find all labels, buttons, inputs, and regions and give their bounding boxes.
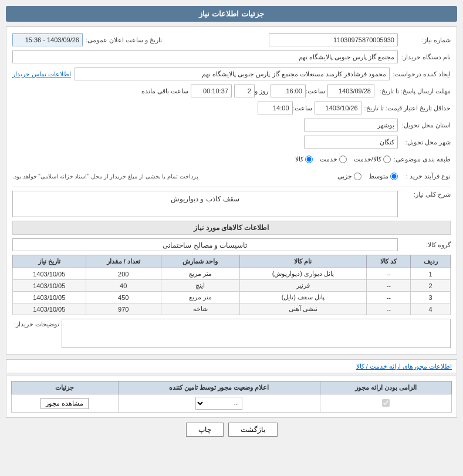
goods-table-section: ردیف کد کالا نام کالا واحد شمارش تعداد /…	[12, 255, 451, 315]
row-response-deadline: مهلت ارسال پاسخ: تا تاریخ: 1403/09/28 سا…	[12, 84, 451, 98]
bottom-table-section: الزامی بودن ارائه مجوز اعلام وضعیت مجور …	[6, 376, 457, 418]
bottom-col-required: الزامی بودن ارائه مجوز	[320, 382, 451, 394]
cell-qty: 970	[86, 303, 161, 315]
row-price-deadline: حداقل تاریخ اعتبار قیمت: تا تاریخ: 1403/…	[12, 101, 451, 115]
cell-row: 2	[411, 280, 451, 292]
goods-info-title: اطلاعات کالاهای مورد نیاز	[12, 221, 451, 235]
buyer-notes-label: توضیحات خریدار:	[12, 319, 59, 328]
need-number-label: شماره نیاز:	[398, 36, 451, 44]
row-need-desc: شرح کلی نیاز: سقف کاذب و دیواریوش	[12, 191, 451, 217]
price-time-label: ساعت:	[293, 104, 312, 112]
cell-name: پانل سقف (تایل)	[239, 292, 367, 303]
table-row: 2 -- فرنیر اینچ 40 1403/10/05	[13, 280, 451, 292]
response-remaining: 00:10:37	[191, 85, 232, 97]
col-header-unit: واحد شمارش	[161, 255, 239, 268]
need-number-value: 11030975870005930	[269, 33, 398, 46]
button-row: بازگشت چاپ	[6, 423, 457, 437]
buyer-org-value: مجتمع گاز پارس جنوبی پالایشگاه نهم	[12, 50, 398, 63]
response-date: 1403/09/28	[327, 85, 374, 97]
table-row: 3 -- پانل سقف (تایل) متر مریع 450 1403/1…	[13, 292, 451, 303]
print-button[interactable]: چاپ	[186, 423, 224, 437]
cell-unit: متر مریع	[161, 268, 239, 280]
bottom-col-details: جزئیات	[12, 382, 119, 394]
purchase-label-motavaset: متوسط	[369, 173, 388, 180]
row-buyer-org: نام دستگاه خریدار: مجتمع گاز پارس جنوبی …	[12, 50, 451, 64]
page-header: جزئیات اطلاعات نیاز	[6, 6, 457, 22]
main-form: شماره نیاز: 11030975870005930 تاریخ و سا…	[6, 26, 457, 355]
requester-value: محمود فرشادفر کارمند مستغلات مجتمع گاز پ…	[75, 67, 390, 80]
supplier-info-section: اطلاعات مجوزهای ارائه خدمت / کالا	[6, 359, 457, 373]
type-option-kala-khedmat: کالا/خدمت	[354, 156, 391, 163]
purchase-option-jozi: جزیی	[337, 173, 361, 180]
cell-name: نیشی آهنی	[239, 303, 367, 315]
cell-code: --	[367, 292, 411, 303]
row-city: شهر محل تحویل: کنگان	[12, 135, 451, 149]
supplier-info-link[interactable]: اطلاعات مجوزهای ارائه خدمت / کالا	[356, 363, 452, 370]
row-purchase-type: نوع فرآیند خرید : متوسط جزیی پرداخت تمام…	[12, 169, 451, 183]
type-label-khedmat: خدمت	[320, 156, 337, 163]
publish-date-label: تاریخ و ساعت اعلان عمومی:	[83, 36, 162, 44]
cell-code: --	[367, 303, 411, 315]
need-desc-value: سقف کاذب و دیواریوش	[12, 191, 398, 217]
table-row: -- مشاهده مجوز	[12, 394, 452, 413]
cell-name: فرنیر	[239, 280, 367, 292]
type-label: طبقه بندی موضوعی:	[391, 156, 451, 163]
bottom-col-status: اعلام وضعیت مجور توسط تامین کننده	[118, 382, 320, 394]
type-label-kala-khedmat: کالا/خدمت	[354, 156, 381, 163]
cell-date: 1403/10/05	[13, 268, 86, 280]
col-header-code: کد کالا	[367, 255, 411, 268]
province-label: استان محل تحویل:	[398, 121, 451, 129]
type-option-khedmat: خدمت	[320, 156, 347, 163]
cell-date: 1403/10/05	[13, 292, 86, 303]
purchase-note: پرداخت تمام با بخشی از مبلغ خریدار از مح…	[12, 173, 198, 180]
page-title: جزئیات اطلاعات نیاز	[199, 9, 263, 18]
cell-code: --	[367, 268, 411, 280]
price-time: 14:00	[258, 102, 293, 114]
response-days: 2	[234, 85, 255, 97]
view-license-button[interactable]: مشاهده مجوز	[40, 398, 89, 409]
price-date: 1403/10/26	[315, 102, 361, 114]
col-header-date: تاریخ نیاز	[13, 255, 86, 268]
cell-row: 1	[411, 268, 451, 280]
purchase-radio-motavaset[interactable]	[390, 173, 398, 180]
requester-contact-link[interactable]: اطلاعات تماس خریدار	[12, 70, 71, 78]
cell-name: پانل دیواری (دیواریوش)	[239, 268, 367, 280]
col-header-row: ردیف	[411, 255, 451, 268]
purchase-label-jozi: جزیی	[337, 173, 352, 180]
col-header-name: نام کالا	[239, 255, 367, 268]
cell-unit: اینچ	[161, 280, 239, 292]
purchase-radio-group: متوسط جزیی	[198, 173, 398, 180]
buyer-notes-section: توضیحات خریدار:	[12, 319, 451, 348]
required-checkbox-cell	[320, 394, 451, 413]
type-label-kala: کالا	[295, 156, 303, 163]
row-need-number: شماره نیاز: 11030975870005930 تاریخ و سا…	[12, 33, 451, 47]
type-radio-khedmat[interactable]	[339, 156, 347, 163]
cell-date: 1403/10/05	[13, 303, 86, 315]
goods-group-label: گروه کالا:	[398, 241, 451, 249]
row-requester: ایجاد کننده درخواست: محمود فرشادفر کارمن…	[12, 67, 451, 81]
type-radio-kala-khedmat[interactable]	[383, 156, 391, 163]
type-radio-group: کالا/خدمت خدمت کالا	[12, 156, 391, 163]
goods-group-value: تاسیسات و مصالح ساختمانی	[12, 238, 398, 251]
buyer-notes-value	[62, 319, 451, 348]
cell-unit: شاخه	[161, 303, 239, 315]
cell-code: --	[367, 280, 411, 292]
status-cell: --	[118, 394, 320, 413]
row-goods-group: گروه کالا: تاسیسات و مصالح ساختمانی	[12, 238, 451, 252]
buyer-org-label: نام دستگاه خریدار:	[398, 53, 451, 61]
response-time-label: ساعت:	[306, 87, 325, 95]
purchase-radio-jozi[interactable]	[354, 173, 361, 180]
back-button[interactable]: بازگشت	[228, 423, 278, 437]
city-label: شهر محل تحویل:	[398, 139, 451, 146]
cell-qty: 40	[86, 280, 161, 292]
details-cell: مشاهده مجوز	[12, 394, 119, 413]
required-checkbox	[382, 399, 390, 407]
cell-qty: 450	[86, 292, 161, 303]
goods-table: ردیف کد کالا نام کالا واحد شمارش تعداد /…	[12, 255, 451, 315]
table-row: 4 -- نیشی آهنی شاخه 970 1403/10/05	[13, 303, 451, 315]
type-radio-kala[interactable]	[305, 156, 313, 163]
divider-1	[12, 187, 451, 187]
price-deadline-label: حداقل تاریخ اعتبار قیمت: تا تاریخ:	[361, 104, 451, 112]
cell-date: 1403/10/05	[13, 280, 86, 292]
status-select[interactable]: --	[195, 397, 242, 410]
